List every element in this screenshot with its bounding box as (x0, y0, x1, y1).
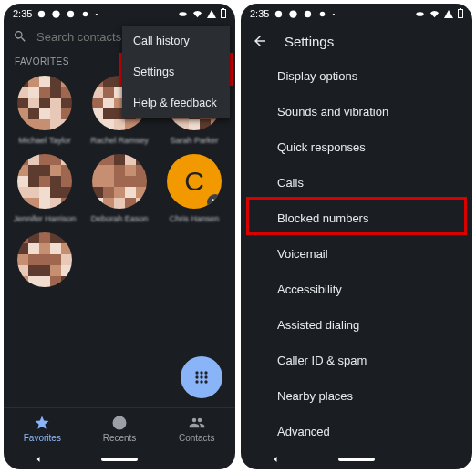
svg-point-17 (320, 11, 326, 16)
back-icon[interactable] (31, 454, 46, 465)
svg-point-1 (53, 10, 60, 17)
people-icon (189, 415, 205, 431)
settings-header: Settings (241, 24, 472, 58)
wifi-icon (429, 9, 440, 19)
svg-point-12 (200, 380, 202, 383)
settings-item-nearby-places[interactable]: Nearby places (241, 378, 472, 414)
status-time: 2:35 (13, 8, 32, 19)
svg-point-9 (200, 375, 202, 378)
phone-right: 2:35 • Settings Display optionsSounds an… (241, 4, 472, 469)
notif-icon (274, 9, 284, 19)
bottom-nav: Favorites Recents Contacts (4, 407, 235, 449)
home-pill[interactable] (101, 458, 138, 461)
clock-icon (111, 415, 128, 431)
svg-point-18 (416, 12, 423, 16)
settings-item-caller-id-spam[interactable]: Caller ID & spam (241, 343, 472, 378)
overflow-menu: Call history Settings Help & feedback (122, 26, 230, 118)
svg-point-8 (195, 375, 198, 378)
favorite-contact[interactable] (7, 229, 82, 296)
signal-icon (207, 10, 216, 18)
tab-label: Recents (103, 433, 137, 443)
notif-icon (303, 9, 313, 19)
svg-point-11 (195, 380, 198, 383)
home-pill[interactable] (338, 458, 375, 461)
avatar (17, 76, 72, 130)
tab-recents[interactable]: Recents (81, 408, 159, 449)
contact-name: Rachel Ramsey (90, 136, 149, 145)
menu-settings[interactable]: Settings (122, 57, 230, 87)
notif-icon (66, 9, 76, 19)
settings-item-calls[interactable]: Calls (241, 165, 472, 201)
settings-item-voicemail[interactable]: Voicemail (241, 236, 472, 272)
back-arrow-icon[interactable] (252, 33, 268, 49)
svg-point-5 (195, 371, 198, 374)
settings-item-display-options[interactable]: Display options (241, 58, 472, 94)
favorite-contact[interactable]: Michael Taylor (7, 72, 82, 149)
page-title: Settings (285, 34, 334, 49)
svg-point-4 (179, 12, 186, 16)
xbox-icon (288, 9, 298, 19)
notif-icon (80, 9, 90, 19)
contact-name: Jennifer Harrison (14, 214, 77, 223)
dialpad-fab[interactable] (181, 356, 222, 398)
notif-icon (317, 9, 327, 19)
avatar (17, 154, 72, 209)
status-bar: 2:35 • (241, 4, 472, 24)
favorite-contact[interactable]: Deborah Eason (82, 150, 157, 227)
contact-name: Michael Taylor (18, 136, 70, 145)
eye-icon (178, 9, 188, 19)
phone-left: 2:35 • Call history Settings Help & feed… (4, 4, 235, 469)
svg-point-13 (204, 380, 207, 383)
svg-point-7 (204, 371, 207, 374)
contact-name: Chris Hansen (170, 214, 220, 223)
battery-icon (221, 9, 226, 18)
status-bar: 2:35 • (4, 4, 235, 24)
wifi-icon (192, 9, 202, 19)
settings-item-advanced[interactable]: Advanced (241, 414, 472, 449)
svg-point-0 (38, 10, 45, 16)
search-icon (13, 29, 27, 44)
more-icon: • (332, 10, 335, 18)
xbox-icon (51, 9, 61, 19)
tab-favorites[interactable]: Favorites (4, 408, 81, 449)
svg-point-16 (305, 10, 311, 16)
menu-help-feedback[interactable]: Help & feedback (122, 87, 230, 118)
settings-item-blocked-numbers[interactable]: Blocked numbers (241, 201, 472, 236)
svg-point-2 (67, 10, 74, 16)
battery-icon (458, 9, 463, 18)
signal-icon (444, 10, 453, 18)
call-badge-icon (207, 194, 222, 209)
settings-list: Display optionsSounds and vibrationQuick… (241, 58, 472, 449)
favorite-contact[interactable]: Jennifer Harrison (7, 150, 82, 227)
settings-item-sounds-and-vibration[interactable]: Sounds and vibration (241, 94, 472, 129)
svg-point-6 (200, 371, 202, 374)
system-nav (241, 449, 472, 469)
contact-name: Sarah Parker (170, 136, 218, 145)
settings-item-quick-responses[interactable]: Quick responses (241, 129, 472, 165)
tab-contacts[interactable]: Contacts (158, 408, 235, 449)
contact-name: Deborah Eason (91, 214, 149, 223)
dialpad-icon (192, 368, 211, 386)
status-time: 2:35 (250, 8, 269, 19)
avatar (17, 232, 72, 287)
highlight-blocked-numbers (246, 197, 467, 235)
settings-item-assisted-dialing[interactable]: Assisted dialing (241, 307, 472, 343)
avatar (92, 154, 147, 209)
svg-point-3 (83, 11, 88, 16)
tab-label: Favorites (24, 433, 61, 443)
tab-label: Contacts (179, 433, 214, 443)
star-icon (34, 415, 50, 431)
menu-call-history[interactable]: Call history (122, 26, 230, 57)
svg-point-15 (290, 10, 297, 17)
more-icon: • (95, 10, 98, 18)
svg-point-10 (204, 375, 207, 378)
svg-point-14 (275, 10, 282, 16)
notif-icon (36, 9, 47, 19)
favorite-contact[interactable]: CChris Hansen (157, 150, 232, 227)
back-icon[interactable] (268, 454, 283, 465)
system-nav (4, 449, 235, 469)
avatar: C (167, 154, 222, 209)
eye-icon (415, 9, 425, 19)
settings-item-accessibility[interactable]: Accessibility (241, 272, 472, 307)
